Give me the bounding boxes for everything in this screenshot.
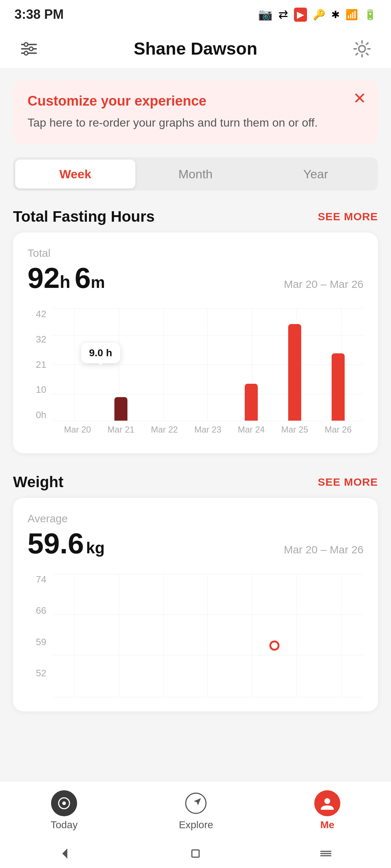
weight-section: Weight SEE MORE Average 59.6kg Mar 20 – … — [13, 473, 378, 711]
fasting-h-unit: h — [60, 272, 70, 292]
x-label-mar25: Mar 25 — [281, 425, 308, 435]
y-label-21: 21 — [36, 359, 46, 370]
battery-icon: 🔋 — [364, 9, 377, 21]
bottom-nav: Today Explore Me — [0, 781, 391, 839]
weight-number: 59.6 — [28, 527, 84, 559]
menu-icon — [319, 847, 332, 860]
svg-point-3 — [24, 43, 28, 46]
svg-marker-10 — [194, 796, 203, 805]
video-icon: 📷 — [258, 8, 273, 21]
page-title: Shane Dawson — [134, 39, 257, 59]
banner-title: Customize your experience — [28, 93, 363, 109]
fasting-x-labels: Mar 20 Mar 21 Mar 22 Mar 23 Mar 24 Mar 2… — [52, 421, 363, 439]
fasting-card: Total 92h6m Mar 20 – Mar 26 42 32 21 10 … — [13, 233, 378, 453]
settings-button[interactable] — [348, 34, 377, 63]
bar-mar20 — [71, 309, 84, 421]
x-label-mar22: Mar 22 — [151, 425, 178, 435]
weight-label: Average — [28, 512, 363, 525]
home-icon — [189, 847, 202, 860]
y-label-10: 10 — [36, 384, 46, 395]
svg-point-6 — [359, 46, 365, 52]
weight-value: 59.6kg — [28, 527, 105, 560]
fasting-chart: 42 32 21 10 0h — [28, 309, 363, 439]
weight-date-range: Mar 20 – Mar 26 — [284, 544, 363, 556]
tooltip-text: 9.0 h — [89, 347, 112, 358]
svg-point-9 — [186, 793, 206, 813]
svg-rect-13 — [192, 850, 199, 857]
me-icon — [314, 790, 340, 816]
bar-mar21 — [114, 309, 127, 421]
bar-mar22 — [158, 309, 171, 421]
home-button[interactable] — [174, 843, 217, 864]
customize-banner[interactable]: Customize your experience Tap here to re… — [13, 80, 378, 144]
tab-selector: Week Month Year — [13, 157, 378, 191]
nav-me-button[interactable]: Me — [314, 790, 340, 831]
transfer-icon: ⇄ — [278, 8, 288, 21]
wifi-icon: 📶 — [345, 9, 358, 21]
sys-nav-bar — [0, 839, 391, 868]
tab-year[interactable]: Year — [256, 159, 376, 188]
nav-today-button[interactable]: Today — [51, 790, 78, 831]
fasting-m-unit: m — [91, 273, 105, 291]
x-label-mar26: Mar 26 — [325, 425, 352, 435]
status-time: 3:38 PM — [14, 7, 64, 22]
status-icons: 📷 ⇄ ▶ 🔑 ✱ 📶 🔋 — [258, 8, 377, 22]
weight-section-header: Weight SEE MORE — [13, 473, 378, 491]
fasting-minutes: 6 — [75, 262, 91, 294]
weight-chart: 74 66 59 52 — [28, 574, 363, 697]
gear-icon — [353, 39, 371, 58]
sliders-icon — [20, 39, 38, 58]
fasting-hours: 92 — [28, 262, 60, 294]
bar-mar26 — [332, 309, 345, 421]
weight-chart-area — [52, 574, 363, 697]
fasting-label: Total — [28, 247, 363, 259]
weight-card: Average 59.6kg Mar 20 – Mar 26 74 66 59 … — [13, 498, 378, 711]
filter-button[interactable] — [14, 34, 43, 63]
banner-close-button[interactable]: ✕ — [353, 90, 366, 106]
tab-month[interactable]: Month — [135, 159, 256, 188]
x-label-mar20: Mar 20 — [64, 425, 91, 435]
nav-me-label: Me — [320, 819, 335, 831]
back-button[interactable] — [43, 843, 87, 864]
back-icon — [59, 847, 72, 860]
weight-y-axis: 74 66 59 52 — [28, 574, 49, 679]
weight-unit: kg — [86, 539, 105, 557]
nav-explore-button[interactable]: Explore — [179, 790, 213, 831]
wgrid-line-4 — [52, 697, 363, 697]
fasting-value: 92h6m — [28, 261, 105, 295]
svg-point-11 — [324, 798, 330, 804]
y-label-32: 32 — [36, 334, 46, 345]
explore-icon — [183, 790, 209, 816]
nav-today-label: Today — [51, 819, 78, 831]
bar-mar25 — [288, 309, 301, 421]
wy-label-52: 52 — [36, 668, 46, 679]
bar-mar24 — [245, 309, 258, 421]
header: Shane Dawson — [0, 29, 391, 69]
banner-description: Tap here to re-order your graphs and tur… — [28, 114, 363, 131]
recording-icon: ▶ — [294, 8, 307, 22]
y-label-0: 0h — [36, 409, 46, 421]
wy-label-59: 59 — [36, 637, 46, 648]
tab-week[interactable]: Week — [15, 159, 135, 188]
nav-explore-label: Explore — [179, 819, 213, 831]
svg-point-8 — [62, 801, 66, 805]
fasting-tooltip: 9.0 h — [81, 343, 120, 363]
wy-label-74: 74 — [36, 574, 46, 585]
today-icon — [51, 790, 77, 816]
fasting-date-range: Mar 20 – Mar 26 — [284, 278, 363, 290]
key-icon: 🔑 — [313, 9, 325, 21]
svg-marker-12 — [62, 848, 67, 859]
weight-see-more-button[interactable]: SEE MORE — [318, 476, 378, 488]
bar-mar23 — [201, 309, 214, 421]
fasting-title: Total Fasting Hours — [13, 208, 155, 225]
close-icon: ✕ — [353, 89, 366, 107]
menu-button[interactable] — [304, 843, 348, 864]
x-label-mar21: Mar 21 — [108, 425, 135, 435]
svg-point-5 — [24, 51, 28, 55]
x-label-mar24: Mar 24 — [238, 425, 265, 435]
fasting-y-axis: 42 32 21 10 0h — [28, 309, 49, 421]
x-label-mar23: Mar 23 — [194, 425, 222, 435]
weight-title: Weight — [13, 473, 63, 491]
fasting-see-more-button[interactable]: SEE MORE — [318, 210, 378, 223]
svg-point-4 — [29, 47, 33, 51]
